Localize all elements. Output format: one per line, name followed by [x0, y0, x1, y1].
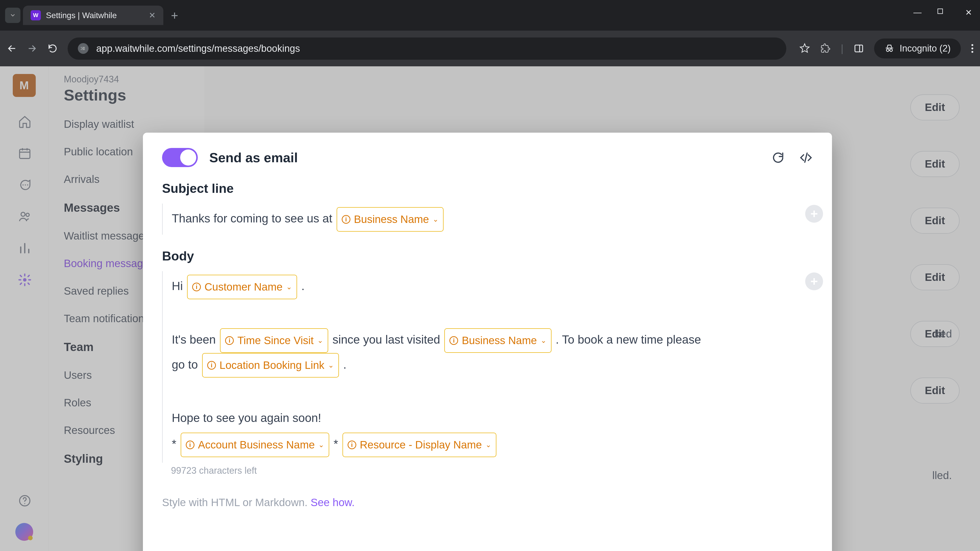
- window-minimize-icon[interactable]: —: [911, 8, 924, 17]
- site-info-icon[interactable]: [78, 43, 89, 54]
- svg-point-2: [81, 49, 82, 50]
- body-heading: Body: [162, 249, 813, 264]
- svg-rect-3: [855, 45, 862, 52]
- tab-favicon: W: [30, 10, 41, 21]
- variable-account-business-name[interactable]: iAccount Business Name⌄: [181, 433, 329, 457]
- tab-close-icon[interactable]: ✕: [149, 11, 156, 20]
- svg-point-7: [971, 51, 973, 53]
- add-variable-button[interactable]: +: [805, 205, 823, 223]
- tab-title: Settings | Waitwhile: [46, 11, 117, 20]
- window-close-icon[interactable]: ✕: [962, 8, 975, 17]
- window-maximize-icon[interactable]: [937, 8, 950, 17]
- nav-back-icon[interactable]: [6, 43, 19, 54]
- variable-time-since-visit[interactable]: iTime Since Visit⌄: [220, 328, 328, 353]
- tab-search-dropdown[interactable]: [5, 8, 21, 23]
- add-variable-button[interactable]: +: [805, 272, 823, 290]
- incognito-badge[interactable]: Incognito (2): [874, 38, 961, 59]
- character-count: 99723 characters left: [171, 465, 813, 476]
- svg-point-1: [81, 47, 82, 48]
- style-hint: Style with HTML or Markdown. See how.: [162, 496, 813, 509]
- subject-line-input[interactable]: Thanks for coming to see us at iBusiness…: [162, 203, 813, 235]
- variable-location-booking-link[interactable]: iLocation Booking Link⌄: [202, 353, 339, 378]
- nav-forward-icon: [27, 43, 40, 54]
- body-input[interactable]: Hi iCustomer Name⌄ . It's been iTime Sin…: [162, 271, 813, 463]
- sidepanel-icon[interactable]: [854, 43, 864, 54]
- edit-message-modal: Send as email Subject line Thanks for co…: [143, 133, 832, 551]
- subject-line-heading: Subject line: [162, 181, 813, 196]
- code-icon[interactable]: [799, 151, 813, 165]
- see-how-link[interactable]: See how.: [310, 496, 355, 508]
- send-email-toggle-label: Send as email: [209, 150, 298, 165]
- bookmark-star-icon[interactable]: [799, 43, 810, 54]
- svg-rect-0: [938, 9, 943, 14]
- url-text: app.waitwhile.com/settings/messages/book…: [96, 43, 300, 54]
- extensions-icon[interactable]: [821, 43, 831, 54]
- browser-tab[interactable]: W Settings | Waitwhile ✕: [23, 6, 163, 25]
- nav-reload-icon[interactable]: [47, 43, 60, 54]
- browser-menu-icon[interactable]: [971, 43, 974, 54]
- variable-resource-display-name[interactable]: iResource - Display Name⌄: [342, 433, 496, 457]
- variable-customer-name[interactable]: iCustomer Name⌄: [187, 275, 297, 299]
- svg-point-6: [971, 48, 973, 49]
- reset-icon[interactable]: [771, 151, 785, 165]
- variable-business-name[interactable]: iBusiness Name⌄: [444, 328, 551, 353]
- new-tab-button[interactable]: +: [171, 8, 178, 22]
- url-bar[interactable]: app.waitwhile.com/settings/messages/book…: [68, 38, 786, 60]
- variable-business-name[interactable]: iBusiness Name⌄: [337, 207, 444, 232]
- svg-point-5: [971, 44, 973, 46]
- incognito-label: Incognito (2): [900, 43, 951, 54]
- incognito-icon: [884, 43, 894, 54]
- send-email-toggle[interactable]: [162, 148, 198, 167]
- divider: |: [841, 43, 843, 54]
